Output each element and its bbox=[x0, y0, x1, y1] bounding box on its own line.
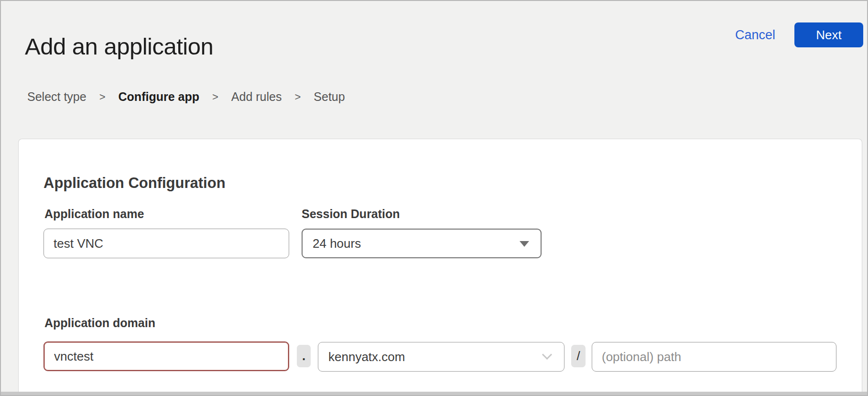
section-title: Application Configuration bbox=[43, 175, 226, 192]
session-duration-value: 24 hours bbox=[313, 236, 361, 251]
chevron-down-icon bbox=[520, 241, 529, 247]
application-domain-label: Application domain bbox=[44, 316, 155, 330]
horizontal-scrollbar[interactable] bbox=[1, 392, 867, 395]
breadcrumb-separator: > bbox=[212, 91, 218, 103]
session-duration-label: Session Duration bbox=[302, 207, 400, 221]
step-select-type[interactable]: Select type bbox=[27, 90, 87, 104]
subdomain-input[interactable] bbox=[43, 341, 289, 371]
domain-select[interactable]: kennyatx.com bbox=[318, 342, 564, 372]
dot-separator: . bbox=[297, 345, 311, 367]
application-name-input[interactable] bbox=[43, 229, 289, 258]
application-name-label: Application name bbox=[44, 207, 144, 221]
chevron-down-icon bbox=[542, 350, 552, 360]
session-duration-select[interactable]: 24 hours bbox=[302, 229, 542, 258]
step-configure-app[interactable]: Configure app bbox=[119, 90, 199, 104]
page-title: Add an application bbox=[25, 33, 213, 60]
breadcrumb-separator: > bbox=[294, 91, 301, 103]
cancel-button[interactable]: Cancel bbox=[735, 28, 775, 43]
domain-select-value: kennyatx.com bbox=[328, 350, 405, 364]
next-button[interactable]: Next bbox=[794, 22, 863, 47]
add-application-page: Add an application Cancel Next Select ty… bbox=[0, 0, 868, 396]
application-configuration-card: Application Configuration Application na… bbox=[18, 139, 862, 392]
slash-separator: / bbox=[571, 345, 586, 367]
step-setup[interactable]: Setup bbox=[314, 90, 345, 104]
path-input[interactable] bbox=[592, 342, 836, 372]
breadcrumb: Select type > Configure app > Add rules … bbox=[27, 90, 345, 104]
step-add-rules[interactable]: Add rules bbox=[231, 90, 282, 104]
breadcrumb-separator: > bbox=[99, 91, 106, 103]
